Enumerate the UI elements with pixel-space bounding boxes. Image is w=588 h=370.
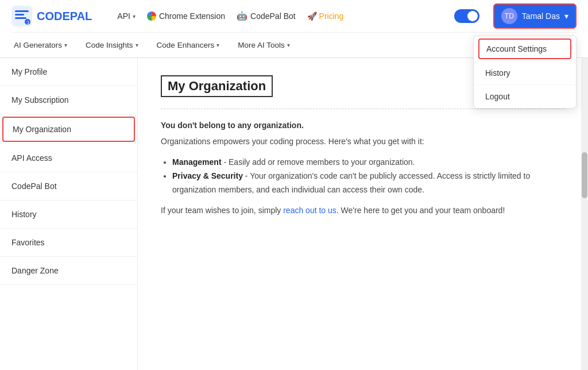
scrollbar-thumb xyxy=(582,152,587,198)
sub-nav-ai-generators-label: AI Generators xyxy=(14,41,62,49)
sub-nav-code-insights[interactable]: Code Insights ▾ xyxy=(83,33,141,57)
sidebar-my-profile-label: My Profile xyxy=(11,67,47,76)
sub-nav-ai-chevron: ▾ xyxy=(64,42,67,48)
sub-nav-more-ai-tools[interactable]: More AI Tools ▾ xyxy=(235,33,292,57)
sidebar: My Profile My Subscription My Organizati… xyxy=(0,58,138,370)
sub-nav-more-ai-tools-label: More AI Tools xyxy=(238,41,285,49)
header-top: :) CODEPAL API ▾ Chrome Extension 🤖 Code… xyxy=(11,0,577,32)
sub-nav-code-enhancers[interactable]: Code Enhancers ▾ xyxy=(154,33,222,57)
sub-nav-more-chevron: ▾ xyxy=(287,42,290,48)
benefit-management-title: Management xyxy=(172,157,222,167)
benefit-management: Management - Easily add or remove member… xyxy=(172,156,565,169)
sidebar-favorites-label: Favorites xyxy=(11,238,45,247)
nav-api[interactable]: API ▾ xyxy=(117,11,136,21)
sidebar-api-access-label: API Access xyxy=(11,153,52,163)
sidebar-item-danger-zone[interactable]: Danger Zone xyxy=(0,257,137,285)
contact-line: If your team wishes to join, simply reac… xyxy=(161,205,565,217)
svg-rect-3 xyxy=(15,17,26,19)
pricing-icon: 🚀 xyxy=(307,11,317,21)
avatar: TD xyxy=(501,8,517,24)
user-chevron: ▾ xyxy=(564,11,568,21)
scrollbar-track[interactable] xyxy=(581,58,588,370)
logo[interactable]: :) CODEPAL xyxy=(11,6,92,26)
sidebar-codepal-bot-label: CodePal Bot xyxy=(11,182,57,191)
toggle-thumb xyxy=(467,11,478,21)
sidebar-item-my-profile[interactable]: My Profile xyxy=(0,58,137,86)
nav-chrome-extension[interactable]: Chrome Extension xyxy=(147,11,225,21)
sidebar-item-my-organization[interactable]: My Organization xyxy=(2,117,135,142)
sidebar-history-label: History xyxy=(11,210,37,219)
sub-nav-ai-generators[interactable]: AI Generators ▾ xyxy=(11,33,69,57)
user-menu-container: TD Tamal Das ▾ Account Settings History … xyxy=(493,3,577,29)
sub-nav-code-enhancers-label: Code Enhancers xyxy=(157,41,215,49)
sub-nav-enhancers-chevron: ▾ xyxy=(216,42,219,48)
dropdown-logout[interactable]: Logout xyxy=(474,85,576,108)
nav-api-label: API xyxy=(117,11,130,21)
dropdown-history[interactable]: History xyxy=(474,61,576,85)
nav-chrome-label: Chrome Extension xyxy=(159,11,225,21)
sidebar-item-api-access[interactable]: API Access xyxy=(0,144,137,172)
org-description: Organizations empowers your coding proce… xyxy=(161,136,565,148)
sidebar-danger-zone-label: Danger Zone xyxy=(11,266,59,275)
logo-text: CODEPAL xyxy=(37,10,92,23)
sidebar-item-favorites[interactable]: Favorites xyxy=(0,229,137,257)
sidebar-item-history[interactable]: History xyxy=(0,201,137,229)
sidebar-item-my-subscription[interactable]: My Subscription xyxy=(0,86,137,114)
user-menu-button[interactable]: TD Tamal Das ▾ xyxy=(493,3,577,29)
nav-codepal-bot[interactable]: 🤖 CodePal Bot xyxy=(237,11,296,21)
sub-nav-insights-chevron: ▾ xyxy=(136,42,138,48)
sidebar-my-subscription-label: My Subscription xyxy=(11,95,69,105)
svg-rect-2 xyxy=(15,14,24,16)
sub-nav-code-insights-label: Code Insights xyxy=(86,41,133,49)
bot-icon: 🤖 xyxy=(237,11,247,21)
contact-link[interactable]: reach out to us xyxy=(283,206,336,215)
benefit-privacy-title: Privacy & Security xyxy=(172,171,243,180)
header: :) CODEPAL API ▾ Chrome Extension 🤖 Code… xyxy=(0,0,588,58)
contact-after: . We're here to get you and your team on… xyxy=(336,206,505,215)
benefit-management-text: - Easily add or remove members to your o… xyxy=(222,157,415,167)
nav-bot-label: CodePal Bot xyxy=(250,11,296,21)
org-benefits-list: Management - Easily add or remove member… xyxy=(172,156,565,196)
top-nav: API ▾ Chrome Extension 🤖 CodePal Bot 🚀 P… xyxy=(117,11,440,21)
benefit-privacy: Privacy & Security - Your organization's… xyxy=(172,169,565,197)
sidebar-item-codepal-bot[interactable]: CodePal Bot xyxy=(0,172,137,201)
user-dropdown: Account Settings History Logout xyxy=(473,36,577,109)
sidebar-my-organization-label: My Organization xyxy=(13,125,71,134)
no-org-message: You don't belong to any organization. xyxy=(161,121,565,130)
theme-toggle[interactable] xyxy=(454,9,479,23)
logo-icon: :) xyxy=(11,6,32,26)
contact-before: If your team wishes to join, simply xyxy=(161,206,283,215)
chrome-icon xyxy=(147,11,156,21)
nav-pricing[interactable]: 🚀 Pricing xyxy=(307,11,344,21)
user-name: Tamal Das xyxy=(522,11,560,21)
svg-text::): :) xyxy=(26,20,29,25)
nav-api-chevron: ▾ xyxy=(133,13,136,20)
page-title: My Organization xyxy=(161,75,273,97)
nav-pricing-label: Pricing xyxy=(319,11,344,21)
org-content: You don't belong to any organization. Or… xyxy=(161,109,565,217)
dropdown-account-settings[interactable]: Account Settings xyxy=(478,38,571,59)
svg-rect-1 xyxy=(15,10,29,12)
